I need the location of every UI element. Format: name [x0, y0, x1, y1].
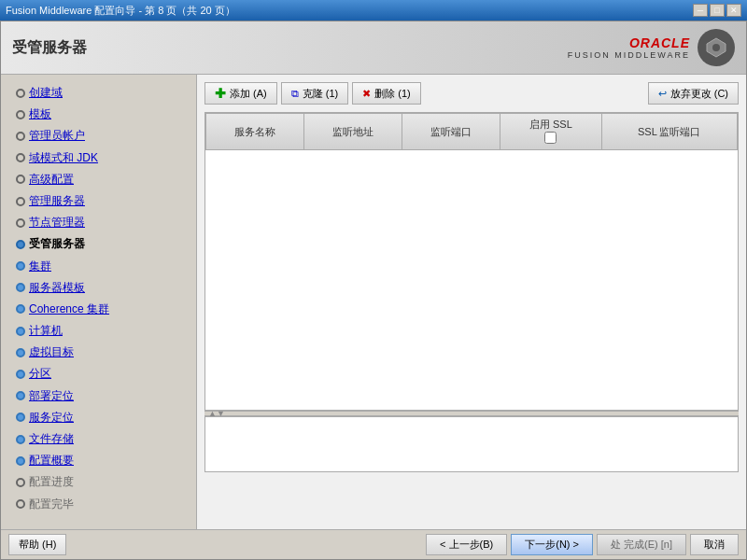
nav-dot-active: [16, 240, 25, 249]
header: 受管服务器 ORACLE FUSION MIDDLEWARE: [1, 21, 746, 75]
sidebar-link-node-manager[interactable]: 节点管理器: [29, 214, 85, 231]
sidebar-item-machine[interactable]: 计算机: [8, 320, 196, 342]
discard-icon: ↩: [658, 88, 667, 100]
col-server-name: 服务名称: [206, 114, 304, 150]
sidebar-link-deploy-target[interactable]: 部署定位: [29, 387, 74, 405]
sidebar-item-managed-server[interactable]: 受管服务器: [8, 233, 196, 255]
sidebar-link-file-store[interactable]: 文件存储: [29, 430, 74, 448]
sidebar-item-virtual-target[interactable]: 虚拟目标: [8, 342, 196, 363]
cancel-button[interactable]: 取消: [690, 534, 739, 555]
nav-dot: [16, 261, 25, 271]
bottom-panel: [204, 416, 739, 472]
data-table: 服务名称 监听地址 监听端口 启用 SSL SSL 监听端口: [205, 113, 738, 150]
sidebar-link-server-template[interactable]: 服务器模板: [29, 279, 85, 297]
nav-dot: [16, 370, 25, 379]
copy-icon: ⧉: [291, 88, 299, 100]
title-text: Fusion Middleware 配置向导 - 第 8 页（共 20 页）: [6, 4, 235, 18]
ssl-header-checkbox[interactable]: [544, 132, 557, 144]
window-controls: ─ □ ✕: [693, 4, 741, 17]
sidebar-item-config-complete: 配置完毕: [8, 494, 196, 515]
next-label: 下一步(N) >: [525, 539, 579, 550]
sidebar-item-admin-server[interactable]: 管理服务器: [8, 190, 196, 212]
title-bar: Fusion Middleware 配置向导 - 第 8 页（共 20 页） ─…: [0, 0, 747, 21]
add-button[interactable]: ✚ 添加 (A): [204, 82, 277, 105]
sidebar-link-advanced-config[interactable]: 高级配置: [29, 171, 74, 189]
nav-dot: [16, 218, 25, 228]
sidebar-item-admin-account[interactable]: 管理员帐户: [8, 125, 196, 147]
sidebar-link-create-domain[interactable]: 创建域: [29, 84, 63, 102]
sidebar-link-service-target[interactable]: 服务定位: [29, 409, 74, 427]
sidebar-item-advanced-config[interactable]: 高级配置: [8, 169, 196, 190]
sidebar-item-server-template[interactable]: 服务器模板: [8, 277, 196, 299]
sidebar-link-partition[interactable]: 分区: [29, 365, 51, 383]
nav-dot: [16, 413, 25, 422]
delete-icon: ✖: [362, 88, 371, 100]
page-title: 受管服务器: [12, 38, 87, 58]
discard-button[interactable]: ↩ 放弃更改 (C): [648, 82, 739, 105]
plus-icon: ✚: [215, 86, 226, 101]
sidebar-label-config-progress: 配置进度: [29, 473, 74, 491]
nav-dot: [16, 153, 25, 162]
sidebar-link-cluster[interactable]: 集群: [29, 258, 51, 275]
help-label: 帮助 (H): [19, 538, 56, 552]
finish-label: 处 完成(E) [n]: [611, 539, 672, 550]
sidebar-nav: 创建域 模板 管理员帐户 域模式和 JDK 高级配置: [1, 82, 196, 515]
sidebar-link-virtual-target[interactable]: 虚拟目标: [29, 343, 74, 361]
server-table[interactable]: 服务名称 监听地址 监听端口 启用 SSL SSL 监听端口: [204, 112, 739, 411]
footer-right: < 上一步(B) 下一步(N) > 处 完成(E) [n] 取消: [426, 534, 739, 555]
sidebar-item-deploy-target[interactable]: 部署定位: [8, 385, 196, 407]
sidebar-item-domain-jdk[interactable]: 域模式和 JDK: [8, 147, 196, 169]
sidebar-current-label: 受管服务器: [29, 235, 85, 253]
oracle-text: ORACLE: [629, 35, 690, 50]
content-area: 创建域 模板 管理员帐户 域模式和 JDK 高级配置: [1, 75, 746, 529]
sidebar-link-admin-account[interactable]: 管理员帐户: [29, 127, 85, 145]
sidebar-item-coherence-cluster[interactable]: Coherence 集群: [8, 299, 196, 320]
delete-button[interactable]: ✖ 删除 (1): [352, 82, 421, 105]
next-button[interactable]: 下一步(N) >: [511, 534, 593, 555]
col-enable-ssl: 启用 SSL: [500, 114, 601, 150]
nav-dot: [16, 132, 25, 141]
prev-button[interactable]: < 上一步(B): [426, 534, 507, 555]
nav-dot: [16, 478, 25, 487]
oracle-icon: [698, 29, 735, 66]
sidebar-item-partition[interactable]: 分区: [8, 363, 196, 385]
sidebar-item-node-manager[interactable]: 节点管理器: [8, 212, 196, 233]
clone-button[interactable]: ⧉ 克隆 (1): [281, 82, 349, 105]
sidebar-item-cluster[interactable]: 集群: [8, 256, 196, 277]
discard-label: 放弃更改 (C): [670, 87, 728, 101]
toolbar: ✚ 添加 (A) ⧉ 克隆 (1) ✖ 删除 (1) ↩ 放弃更改 (C): [204, 82, 739, 105]
nav-dot: [16, 110, 25, 119]
close-button[interactable]: ✕: [726, 4, 741, 17]
nav-dot: [16, 391, 25, 400]
sidebar-link-domain-jdk[interactable]: 域模式和 JDK: [29, 149, 98, 167]
help-button[interactable]: 帮助 (H): [8, 534, 66, 555]
footer-left: 帮助 (H): [8, 534, 66, 555]
finish-button[interactable]: 处 完成(E) [n]: [597, 534, 686, 555]
sidebar-link-admin-server[interactable]: 管理服务器: [29, 192, 85, 210]
svg-point-1: [712, 44, 720, 51]
sidebar-item-file-store[interactable]: 文件存储: [8, 428, 196, 450]
nav-dot: [16, 348, 25, 357]
delete-label: 删除 (1): [374, 87, 411, 101]
nav-dot: [16, 89, 25, 98]
main-window: 受管服务器 ORACLE FUSION MIDDLEWARE 创建域: [0, 21, 747, 560]
nav-dot: [16, 197, 25, 206]
oracle-sub: FUSION MIDDLEWARE: [568, 50, 690, 60]
sidebar-item-create-domain[interactable]: 创建域: [8, 82, 196, 104]
col-ssl-port: SSL 监听端口: [601, 114, 737, 150]
sidebar-item-config-summary[interactable]: 配置概要: [8, 450, 196, 471]
oracle-branding: ORACLE FUSION MIDDLEWARE: [568, 29, 735, 66]
sidebar-link-machine[interactable]: 计算机: [29, 322, 63, 340]
maximize-button[interactable]: □: [710, 4, 725, 17]
sidebar-link-template[interactable]: 模板: [29, 105, 51, 123]
nav-dot: [16, 304, 25, 314]
sidebar-item-template[interactable]: 模板: [8, 104, 196, 125]
col-enable-ssl-label: 启用 SSL: [529, 119, 572, 130]
sidebar-label-config-complete: 配置完毕: [29, 496, 74, 513]
minimize-button[interactable]: ─: [693, 4, 708, 17]
sidebar-link-config-summary[interactable]: 配置概要: [29, 452, 74, 469]
main-panel: ✚ 添加 (A) ⧉ 克隆 (1) ✖ 删除 (1) ↩ 放弃更改 (C): [197, 75, 746, 529]
prev-label: < 上一步(B): [440, 539, 493, 550]
sidebar-link-coherence-cluster[interactable]: Coherence 集群: [29, 301, 109, 318]
sidebar-item-service-target[interactable]: 服务定位: [8, 407, 196, 428]
